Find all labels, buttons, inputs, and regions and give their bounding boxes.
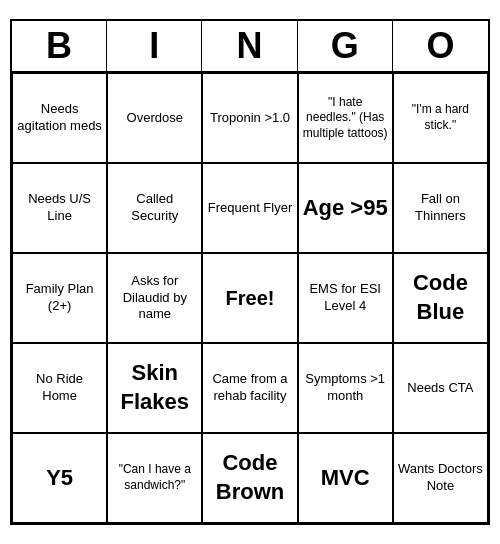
cell-text-8: Age >95 xyxy=(303,194,388,223)
bingo-cell-5: Needs U/S Line xyxy=(12,163,107,253)
cell-text-0: Needs agitation meds xyxy=(17,101,102,135)
cell-text-16: Skin Flakes xyxy=(112,359,197,416)
bingo-grid: Needs agitation medsOverdoseTroponin >1.… xyxy=(12,73,488,523)
cell-text-15: No Ride Home xyxy=(17,371,102,405)
cell-text-6: Called Security xyxy=(112,191,197,225)
header-letter-n: N xyxy=(202,21,297,71)
cell-text-9: Fall on Thinners xyxy=(398,191,483,225)
bingo-cell-17: Came from a rehab facility xyxy=(202,343,297,433)
cell-text-11: Asks for Dilaudid by name xyxy=(112,273,197,324)
cell-text-5: Needs U/S Line xyxy=(17,191,102,225)
bingo-cell-15: No Ride Home xyxy=(12,343,107,433)
bingo-cell-2: Troponin >1.0 xyxy=(202,73,297,163)
bingo-header: BINGO xyxy=(12,21,488,73)
bingo-cell-23: MVC xyxy=(298,433,393,523)
cell-text-1: Overdose xyxy=(127,110,183,127)
bingo-cell-19: Needs CTA xyxy=(393,343,488,433)
cell-text-17: Came from a rehab facility xyxy=(207,371,292,405)
bingo-cell-13: EMS for ESI Level 4 xyxy=(298,253,393,343)
bingo-cell-12: Free! xyxy=(202,253,297,343)
cell-text-24: Wants Doctors Note xyxy=(398,461,483,495)
bingo-cell-18: Symptoms >1 month xyxy=(298,343,393,433)
bingo-cell-16: Skin Flakes xyxy=(107,343,202,433)
bingo-cell-14: Code Blue xyxy=(393,253,488,343)
bingo-cell-20: Y5 xyxy=(12,433,107,523)
bingo-cell-3: "I hate needles." (Has multiple tattoos) xyxy=(298,73,393,163)
bingo-card: BINGO Needs agitation medsOverdoseTropon… xyxy=(10,19,490,525)
header-letter-b: B xyxy=(12,21,107,71)
cell-text-21: "Can I have a sandwich?" xyxy=(112,462,197,493)
bingo-cell-7: Frequent Flyer xyxy=(202,163,297,253)
header-letter-i: I xyxy=(107,21,202,71)
bingo-cell-6: Called Security xyxy=(107,163,202,253)
bingo-cell-10: Family Plan (2+) xyxy=(12,253,107,343)
bingo-cell-8: Age >95 xyxy=(298,163,393,253)
cell-text-22: Code Brown xyxy=(207,449,292,506)
bingo-cell-9: Fall on Thinners xyxy=(393,163,488,253)
cell-text-7: Frequent Flyer xyxy=(208,200,293,217)
bingo-cell-24: Wants Doctors Note xyxy=(393,433,488,523)
cell-text-20: Y5 xyxy=(46,464,73,493)
cell-text-2: Troponin >1.0 xyxy=(210,110,290,127)
cell-text-13: EMS for ESI Level 4 xyxy=(303,281,388,315)
bingo-cell-4: "I'm a hard stick." xyxy=(393,73,488,163)
bingo-cell-0: Needs agitation meds xyxy=(12,73,107,163)
cell-text-14: Code Blue xyxy=(398,269,483,326)
bingo-cell-1: Overdose xyxy=(107,73,202,163)
header-letter-o: O xyxy=(393,21,488,71)
bingo-cell-11: Asks for Dilaudid by name xyxy=(107,253,202,343)
header-letter-g: G xyxy=(298,21,393,71)
bingo-cell-22: Code Brown xyxy=(202,433,297,523)
cell-text-18: Symptoms >1 month xyxy=(303,371,388,405)
cell-text-12: Free! xyxy=(226,285,275,311)
cell-text-3: "I hate needles." (Has multiple tattoos) xyxy=(303,95,388,142)
bingo-cell-21: "Can I have a sandwich?" xyxy=(107,433,202,523)
cell-text-10: Family Plan (2+) xyxy=(17,281,102,315)
cell-text-4: "I'm a hard stick." xyxy=(398,102,483,133)
cell-text-19: Needs CTA xyxy=(407,380,473,397)
cell-text-23: MVC xyxy=(321,464,370,493)
